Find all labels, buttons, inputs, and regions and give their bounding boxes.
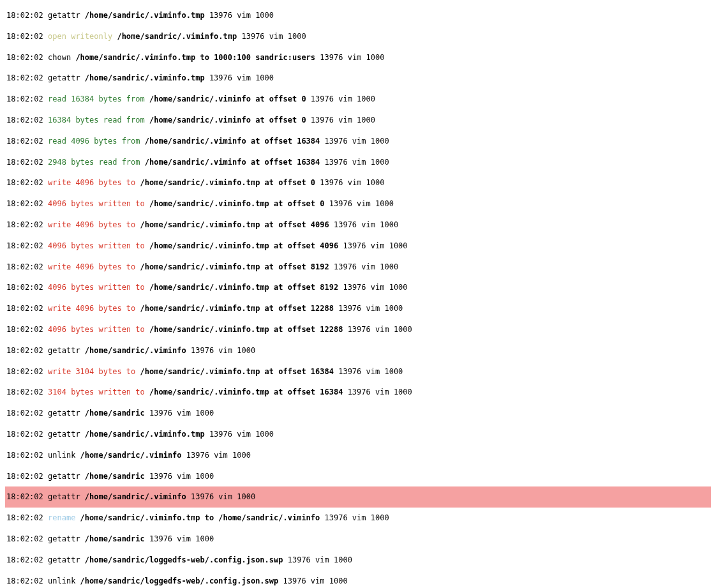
log-span: 13976 vim 1000 xyxy=(329,220,398,229)
log-span: 13976 vim 1000 xyxy=(186,346,255,355)
log-span: rename xyxy=(48,513,80,522)
log-span: /home/sandric/.viminfo at offset 0 xyxy=(149,116,306,124)
log-span: getattr xyxy=(48,346,85,355)
log-span: 2948 bytes read from xyxy=(48,158,145,167)
log-row[interactable]: 18:02:02 write 3104 bytes to /home/sandr… xyxy=(5,361,711,382)
log-row[interactable]: 18:02:02 4096 bytes written to /home/san… xyxy=(5,319,711,340)
log-span: /home/sandric/.viminfo at offset 16384 xyxy=(145,137,320,146)
log-span: /home/sandric/loggedfs-web/.config.json.… xyxy=(80,577,279,585)
log-row[interactable]: 18:02:02 unlink /home/sandric/loggedfs-w… xyxy=(5,571,711,588)
log-span: 13976 vim 1000 xyxy=(205,73,274,82)
log-span: 18:02:02 xyxy=(6,11,48,20)
log-span: /home/sandric/.viminfo.tmp xyxy=(85,11,205,20)
log-span: 13976 vim 1000 xyxy=(306,94,375,103)
log-span: write 4096 bytes to xyxy=(48,220,140,229)
log-span: 18:02:02 xyxy=(6,304,48,313)
log-span: 13976 vim 1000 xyxy=(145,472,214,481)
log-span: write 4096 bytes to xyxy=(48,178,140,187)
log-row[interactable]: 18:02:02 getattr /home/sandric/.viminfo … xyxy=(5,486,711,508)
log-span: /home/sandric/.viminfo xyxy=(85,492,186,501)
log-span: 13976 vim 1000 xyxy=(306,116,375,124)
log-span: 4096 bytes written to xyxy=(48,199,149,208)
log-span: /home/sandric/.viminfo xyxy=(80,451,182,460)
log-row[interactable]: 18:02:02 getattr /home/sandric/.viminfo.… xyxy=(5,68,711,89)
log-span: 18:02:02 xyxy=(6,430,48,439)
log-row[interactable]: 18:02:02 getattr /home/sandric/.viminfo.… xyxy=(5,424,711,445)
log-span: /home/sandric/.viminfo.tmp at offset 163… xyxy=(140,367,334,376)
log-span: chown xyxy=(48,53,75,62)
log-span: /home/sandric/.viminfo.tmp at offset 819… xyxy=(149,283,338,292)
log-span: /home/sandric/.viminfo.tmp to 1000:100 s… xyxy=(75,53,315,62)
log-span: write 3104 bytes to xyxy=(48,367,140,376)
log-row[interactable]: 18:02:02 chown /home/sandric/.viminfo.tm… xyxy=(5,47,711,68)
log-row[interactable]: 18:02:02 getattr /home/sandric 13976 vim… xyxy=(5,529,711,550)
log-span: unlink xyxy=(48,577,80,585)
log-span: /home/sandric/.viminfo.tmp at offset 409… xyxy=(140,220,329,229)
log-span: getattr xyxy=(48,534,85,543)
log-span: 13976 vim 1000 xyxy=(145,409,214,418)
log-span: /home/sandric xyxy=(85,534,145,543)
log-row[interactable]: 18:02:02 16384 bytes read from /home/san… xyxy=(5,110,711,131)
log-row[interactable]: 18:02:02 4096 bytes written to /home/san… xyxy=(5,193,711,215)
log-span: getattr xyxy=(48,492,85,501)
log-span: read 16384 bytes from xyxy=(48,94,149,103)
log-span: /home/sandric/.viminfo.tmp at offset 122… xyxy=(149,325,343,334)
log-span: 18:02:02 xyxy=(6,220,48,229)
log-span: /home/sandric/.viminfo at offset 0 xyxy=(149,94,306,103)
log-span: 18:02:02 xyxy=(6,492,48,501)
log-span: 18:02:02 xyxy=(6,116,48,124)
log-row[interactable]: 18:02:02 open writeonly /home/sandric/.v… xyxy=(5,26,711,47)
log-span: 3104 bytes written to xyxy=(48,388,149,396)
log-span: write 4096 bytes to xyxy=(48,262,140,271)
log-row[interactable]: 18:02:02 getattr /home/sandric 13976 vim… xyxy=(5,466,711,487)
log-span: 18:02:02 xyxy=(6,513,48,522)
log-span: getattr xyxy=(48,430,85,439)
log-span: 18:02:02 xyxy=(6,32,48,41)
log-span: 18:02:02 xyxy=(6,346,48,355)
log-row[interactable]: 18:02:02 getattr /home/sandric 13976 vim… xyxy=(5,403,711,424)
log-row[interactable]: 18:02:02 getattr /home/sandric/.viminfo … xyxy=(5,340,711,361)
log-span: 18:02:02 xyxy=(6,73,48,82)
log-span: 13976 vim 1000 xyxy=(329,262,398,271)
log-row[interactable]: 18:02:02 4096 bytes written to /home/san… xyxy=(5,277,711,298)
log-span: 13976 vim 1000 xyxy=(283,555,352,564)
log-span: 4096 bytes written to xyxy=(48,325,149,334)
log-row[interactable]: 18:02:02 rename /home/sandric/.viminfo.t… xyxy=(5,508,711,529)
log-span: 18:02:02 xyxy=(6,53,48,62)
log-row[interactable]: 18:02:02 write 4096 bytes to /home/sandr… xyxy=(5,172,711,193)
log-span: 13976 vim 1000 xyxy=(343,388,412,396)
log-span: /home/sandric/.viminfo.tmp at offset 0 xyxy=(140,178,316,187)
log-span: /home/sandric/.viminfo.tmp at offset 0 xyxy=(149,199,325,208)
log-span: /home/sandric/.viminfo.tmp at offset 163… xyxy=(149,388,343,396)
log-span: 13976 vim 1000 xyxy=(315,53,384,62)
log-row[interactable]: 18:02:02 4096 bytes written to /home/san… xyxy=(5,236,711,257)
log-row[interactable]: 18:02:02 write 4096 bytes to /home/sandr… xyxy=(5,298,711,319)
log-span: /home/sandric/.viminfo.tmp xyxy=(117,32,237,41)
log-span: 18:02:02 xyxy=(6,262,48,271)
log-row[interactable]: 18:02:02 3104 bytes written to /home/san… xyxy=(5,382,711,403)
log-span: 18:02:02 xyxy=(6,94,48,103)
log-span: 13976 vim 1000 xyxy=(343,325,412,334)
log-span: 13976 vim 1000 xyxy=(278,577,347,585)
log-span: 13976 vim 1000 xyxy=(320,158,389,167)
log-row[interactable]: 18:02:02 unlink /home/sandric/.viminfo 1… xyxy=(5,445,711,466)
log-row[interactable]: 18:02:02 getattr /home/sandric/.viminfo.… xyxy=(5,5,711,26)
log-span: 18:02:02 xyxy=(6,137,48,146)
log-row[interactable]: 18:02:02 read 4096 bytes from /home/sand… xyxy=(5,131,711,152)
log-row[interactable]: 18:02:02 write 4096 bytes to /home/sandr… xyxy=(5,257,711,278)
log-span: 13976 vim 1000 xyxy=(320,137,389,146)
log-span: 18:02:02 xyxy=(6,451,48,460)
log-span: 18:02:02 xyxy=(6,577,48,585)
log-row[interactable]: 18:02:02 getattr /home/sandric/loggedfs-… xyxy=(5,550,711,571)
log-span: 13976 vim 1000 xyxy=(237,32,306,41)
log-span: 18:02:02 xyxy=(6,241,48,250)
log-row[interactable]: 18:02:02 write 4096 bytes to /home/sandr… xyxy=(5,215,711,236)
log-span: /home/sandric xyxy=(85,472,145,481)
log-span: getattr xyxy=(48,73,85,82)
log-row[interactable]: 18:02:02 read 16384 bytes from /home/san… xyxy=(5,89,711,110)
log-span: open writeonly xyxy=(48,32,117,41)
log-span: /home/sandric/.viminfo xyxy=(85,346,186,355)
log-row[interactable]: 18:02:02 2948 bytes read from /home/sand… xyxy=(5,152,711,173)
log-span: 18:02:02 xyxy=(6,283,48,292)
log-span: /home/sandric/.viminfo.tmp at offset 122… xyxy=(140,304,334,313)
